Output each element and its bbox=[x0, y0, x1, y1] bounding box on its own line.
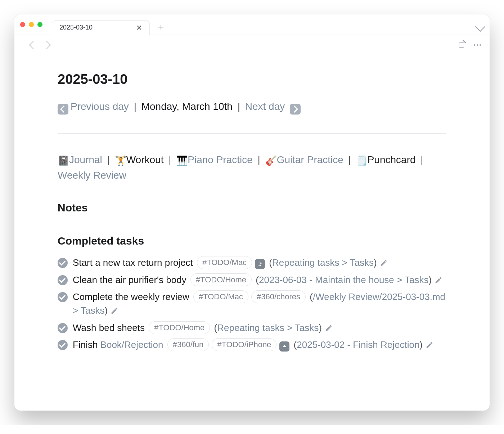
task-checkbox[interactable] bbox=[58, 292, 68, 302]
separator: | bbox=[102, 154, 115, 165]
task-source-link[interactable]: 2023-06-03 - Maintain the house > Tasks bbox=[259, 274, 428, 285]
task-item: Finish Book/Rejection #360/fun#TODO/iPho… bbox=[58, 338, 446, 352]
notes-heading: Notes bbox=[58, 200, 446, 216]
task-item: Wash bed sheets #TODO/Home (Repeating ta… bbox=[58, 321, 446, 335]
paren: ) bbox=[319, 322, 322, 333]
current-date-label: Monday, March 10th bbox=[141, 101, 233, 112]
window-controls bbox=[20, 22, 42, 27]
quicklink-emoji: 🎸 bbox=[265, 154, 276, 168]
task-item: Start a new tax return project #TODO/Mac… bbox=[58, 256, 446, 270]
task-text: Wash bed sheets bbox=[73, 322, 145, 333]
forward-button[interactable] bbox=[43, 41, 51, 49]
divider bbox=[58, 133, 446, 134]
page-title: 2025-03-10 bbox=[58, 69, 446, 90]
separator: | bbox=[163, 154, 176, 165]
task-tag[interactable]: #360/fun bbox=[167, 338, 209, 351]
paren: ) bbox=[104, 305, 108, 316]
edit-task-icon[interactable] bbox=[111, 305, 118, 313]
quicklink-emoji: 📓 bbox=[58, 154, 68, 168]
task-body: Finish Book/Rejection #360/fun#TODO/iPho… bbox=[73, 338, 446, 352]
task-text: Start a new tax return project bbox=[73, 257, 193, 268]
separator: | bbox=[416, 154, 426, 165]
paren: ) bbox=[374, 257, 377, 268]
chevron-down-icon[interactable] bbox=[475, 22, 485, 32]
priority-up-icon bbox=[279, 341, 289, 352]
quicklink-journal[interactable]: Journal bbox=[69, 154, 102, 165]
separator: | bbox=[253, 154, 265, 165]
separator: | bbox=[132, 101, 139, 112]
edit-task-icon[interactable] bbox=[380, 257, 388, 265]
minimize-window-button[interactable] bbox=[29, 22, 34, 27]
task-text: Finish bbox=[73, 339, 100, 350]
task-text: Clean the air purifier's body bbox=[73, 274, 186, 285]
titlebar: 2025-03-10 ✕ ＋ bbox=[14, 14, 490, 35]
close-window-button[interactable] bbox=[20, 22, 25, 27]
task-tag[interactable]: #TODO/Home bbox=[149, 321, 210, 334]
task-body: Start a new tax return project #TODO/Mac… bbox=[73, 256, 446, 270]
quicklink-guitar-practice[interactable]: Guitar Practice bbox=[277, 154, 343, 165]
paren: ) bbox=[428, 274, 432, 285]
new-tab-button[interactable]: ＋ bbox=[156, 21, 166, 33]
task-body: Complete the weekly review #TODO/Mac#360… bbox=[73, 290, 446, 317]
maximize-window-button[interactable] bbox=[37, 22, 42, 27]
task-checkbox[interactable] bbox=[58, 258, 68, 268]
page-content: 2025-03-10 Previous day | Monday, March … bbox=[14, 55, 490, 377]
quicklink-punchcard[interactable]: Punchcard bbox=[368, 154, 416, 165]
edit-task-icon[interactable] bbox=[325, 322, 333, 330]
task-source-link[interactable]: Repeating tasks > Tasks bbox=[272, 257, 374, 268]
day-navigation: Previous day | Monday, March 10th | Next… bbox=[58, 99, 446, 115]
task-checkbox[interactable] bbox=[58, 275, 68, 285]
paren: ) bbox=[419, 339, 423, 350]
task-tag[interactable]: #360/chores bbox=[251, 290, 306, 303]
task-item: Complete the weekly review #TODO/Mac#360… bbox=[58, 290, 446, 317]
task-checkbox[interactable] bbox=[58, 323, 68, 333]
next-day-link[interactable]: Next day bbox=[245, 101, 285, 112]
edit-icon[interactable] bbox=[458, 41, 465, 49]
paren: ( bbox=[294, 339, 297, 350]
more-menu-button[interactable] bbox=[474, 44, 481, 46]
quicklink-emoji: 🎹 bbox=[176, 154, 187, 168]
back-button[interactable] bbox=[29, 41, 37, 49]
previous-day-link[interactable]: Previous day bbox=[71, 101, 129, 112]
quicklink-emoji: 🗒️ bbox=[356, 154, 367, 168]
arrow-left-icon bbox=[58, 104, 68, 115]
paren: ( bbox=[310, 291, 313, 302]
task-text: Complete the weekly review bbox=[73, 291, 189, 302]
separator: | bbox=[343, 154, 356, 165]
paren: ( bbox=[214, 322, 217, 333]
task-checkbox[interactable] bbox=[58, 340, 68, 350]
task-body: Clean the air purifier's body #TODO/Home… bbox=[73, 273, 446, 287]
task-source-link[interactable]: Repeating tasks > Tasks bbox=[217, 322, 319, 333]
quicklink-weekly-review[interactable]: Weekly Review bbox=[58, 170, 126, 181]
arrow-right-icon bbox=[290, 104, 301, 115]
quicklink-workout[interactable]: Workout bbox=[126, 154, 164, 165]
task-item: Clean the air purifier's body #TODO/Home… bbox=[58, 273, 446, 287]
repeat-icon bbox=[255, 259, 265, 269]
tab[interactable]: 2025-03-10 ✕ bbox=[52, 20, 150, 35]
task-tag[interactable]: #TODO/Home bbox=[190, 273, 252, 286]
completed-tasks-heading: Completed tasks bbox=[58, 233, 446, 250]
tab-title: 2025-03-10 bbox=[59, 24, 93, 31]
task-source-link[interactable]: 2025-03-02 - Finish Rejection bbox=[297, 339, 419, 350]
paren: ( bbox=[269, 257, 272, 268]
titlebar-right bbox=[477, 23, 484, 30]
close-tab-button[interactable]: ✕ bbox=[136, 23, 142, 32]
task-tag[interactable]: #TODO/Mac bbox=[193, 290, 248, 303]
edit-task-icon[interactable] bbox=[435, 274, 442, 282]
app-window: 2025-03-10 ✕ ＋ 2025-03-10 Previous day |… bbox=[14, 14, 490, 411]
task-tag[interactable]: #TODO/Mac bbox=[197, 256, 252, 269]
separator: | bbox=[235, 101, 242, 112]
quicklink-piano-practice[interactable]: Piano Practice bbox=[188, 154, 253, 165]
task-tag[interactable]: #TODO/iPhone bbox=[212, 338, 276, 351]
paren: ( bbox=[256, 274, 259, 285]
task-body: Wash bed sheets #TODO/Home (Repeating ta… bbox=[73, 321, 446, 335]
quick-links: 📓Journal | 🏋️Workout | 🎹Piano Practice |… bbox=[58, 152, 446, 183]
task-list: Start a new tax return project #TODO/Mac… bbox=[58, 256, 446, 352]
quicklink-emoji: 🏋️ bbox=[115, 154, 126, 168]
edit-task-icon[interactable] bbox=[426, 339, 433, 347]
task-inline-link[interactable]: Book/Rejection bbox=[100, 339, 163, 350]
toolbar bbox=[14, 35, 490, 55]
